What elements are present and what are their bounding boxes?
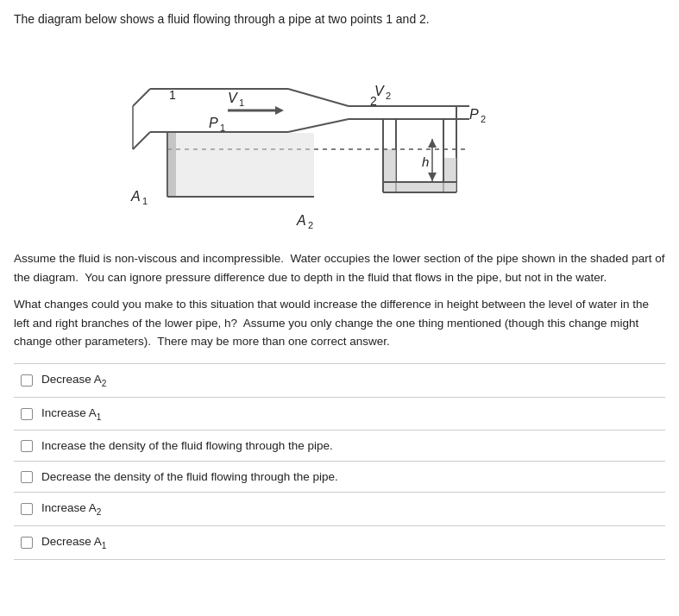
option-checkbox-4[interactable] [21,471,33,483]
svg-rect-13 [444,158,456,181]
svg-rect-12 [384,149,396,181]
option-row-3[interactable]: Increase the density of the fluid flowin… [14,431,665,462]
option-checkbox-1[interactable] [21,374,33,387]
svg-line-2 [288,89,349,106]
option-row-1[interactable]: Decrease A2 [14,364,665,398]
option-row-4[interactable]: Decrease the density of the fluid flowin… [14,462,665,493]
svg-line-45 [133,132,150,149]
options-section: Decrease A2 Increase A1 Increase the den… [14,363,665,560]
svg-text:P: P [209,116,218,130]
option-row-2[interactable]: Increase A1 [14,398,665,431]
svg-text:1: 1 [220,123,225,133]
svg-text:h: h [422,154,429,169]
option-label-3[interactable]: Increase the density of the fluid flowin… [41,439,333,452]
svg-line-44 [133,89,150,106]
option-row-6[interactable]: Decrease A1 [14,526,665,560]
option-checkbox-5[interactable] [21,503,33,515]
svg-rect-14 [384,183,456,192]
svg-text:1: 1 [239,97,244,108]
svg-text:A: A [296,213,306,228]
svg-rect-19 [168,133,314,196]
header-text: The diagram below shows a fluid flowing … [14,10,665,28]
svg-text:V: V [228,91,238,105]
svg-text:1: 1 [142,196,148,206]
option-label-2[interactable]: Increase A1 [41,406,101,422]
option-label-5[interactable]: Increase A2 [41,501,101,517]
svg-text:2: 2 [308,220,313,230]
svg-text:2: 2 [481,114,486,124]
option-checkbox-3[interactable] [21,440,33,452]
option-label-6[interactable]: Decrease A1 [41,535,106,550]
svg-text:1: 1 [169,88,176,102]
svg-text:P: P [469,107,479,122]
fluid-diagram: V 1 V 2 P 1 P 2 A 1 A 2 h 1 2 [116,37,564,236]
svg-marker-21 [275,106,284,115]
option-label-4[interactable]: Decrease the density of the fluid flowin… [41,470,338,483]
svg-text:2: 2 [370,94,377,108]
option-checkbox-6[interactable] [21,537,33,549]
svg-text:A: A [130,189,141,204]
diagram-container: V 1 V 2 P 1 P 2 A 1 A 2 h 1 2 [116,37,564,236]
svg-text:2: 2 [386,91,391,101]
svg-rect-47 [167,133,176,196]
option-row-5[interactable]: Increase A2 [14,493,665,526]
paragraph-1: Assume the fluid is non-viscous and inco… [14,249,665,286]
option-label-1[interactable]: Decrease A2 [41,373,106,388]
paragraph-2: What changes could you make to this situ… [14,295,665,351]
svg-line-3 [288,119,349,132]
option-checkbox-2[interactable] [21,408,33,420]
